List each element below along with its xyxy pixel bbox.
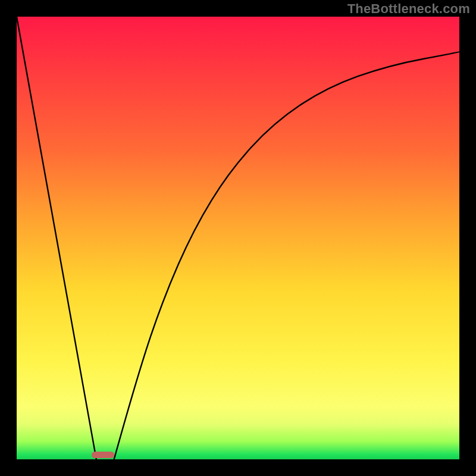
watermark-text: TheBottleneck.com xyxy=(347,1,470,17)
curve-right-branch xyxy=(114,52,459,460)
curve-left-branch xyxy=(17,17,96,459)
chart-frame: TheBottleneck.com xyxy=(0,0,476,476)
bottleneck-marker xyxy=(92,452,114,458)
plot-area xyxy=(17,17,459,459)
curve-svg xyxy=(17,17,459,459)
